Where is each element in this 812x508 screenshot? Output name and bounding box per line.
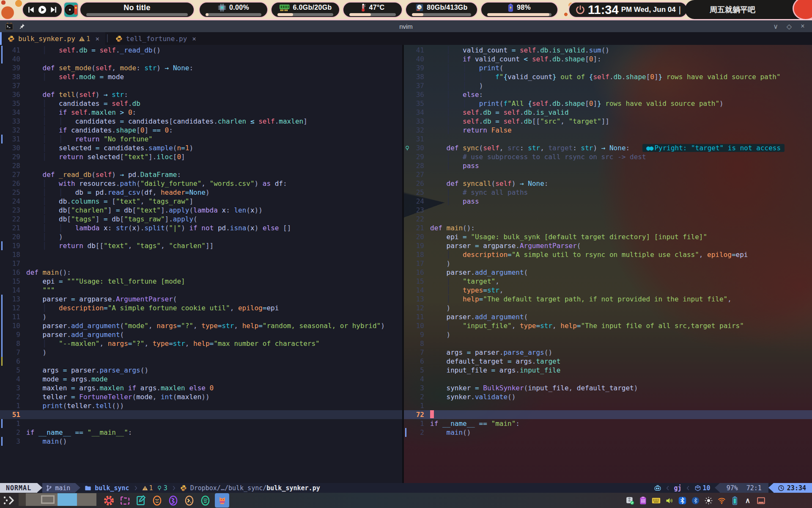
app-text-editor[interactable] <box>134 494 147 507</box>
code-line[interactable]: 5 args = parser.parse_args() <box>0 366 402 375</box>
code-line[interactable]: 23 <box>404 206 812 215</box>
code-line[interactable]: 13 parser = argparse.ArgumentParser( <box>0 295 402 304</box>
code-line[interactable]: 20 epi = "Usage: bulk_synk [default targ… <box>404 232 812 241</box>
tray-bluetooth[interactable] <box>678 496 687 505</box>
code-line[interactable]: 12 │ description="A simple fortune cooki… <box>0 304 402 312</box>
code-line[interactable]: 23 │ db["charlen"] = db["text"].apply(la… <box>0 206 402 215</box>
code-line[interactable]: 33 │ self.db = self.db[["src", "target"]… <box>404 117 812 126</box>
tray-volume[interactable] <box>664 496 674 505</box>
code-line[interactable]: 41 │ valid_count = self.db.is_valid.sum(… <box>404 46 812 55</box>
workspace-1[interactable] <box>19 493 38 506</box>
code-line[interactable]: 31 <box>404 135 812 144</box>
code-line[interactable]: 8 │ "--maxlen", nargs="?", type=str, hel… <box>0 339 402 348</box>
app-brave-browser[interactable] <box>151 494 163 507</box>
code-line[interactable]: 24 │ db.columns = ["text", "tags_raw"] <box>0 197 402 206</box>
code-line[interactable]: 2 synker.validate() <box>404 392 812 401</box>
code-line[interactable]: 27 def _read_db(self) → pd.DataFrame: <box>0 170 402 179</box>
tray-window-placeholder[interactable] <box>756 496 765 505</box>
code-line[interactable]: 34 │ self.db = self.db.is_valid <box>404 108 812 117</box>
code-line[interactable]: 29 │ # use subprocess to call rsync on s… <box>404 152 812 161</box>
code-line[interactable]: 33 │ │ candidates = candidates[candidate… <box>0 117 402 126</box>
code-line[interactable]: 2 teller = FortuneTeller(mode, int(maxle… <box>0 392 402 401</box>
tab-close-button[interactable]: × <box>96 35 100 43</box>
code-line[interactable]: 29 │ return selected["text"].iloc[0] <box>0 152 402 161</box>
code-line[interactable]: 4 mode = args.mode <box>0 375 402 384</box>
code-line[interactable]: 18 │ description="A simple util to rsync… <box>404 250 812 259</box>
code-line[interactable]: 21def main(): <box>404 224 812 232</box>
code-line[interactable]: 19 parser = argparse.ArgumentParser( <box>404 241 812 250</box>
code-line[interactable]: 1 <box>0 419 402 428</box>
code-line[interactable]: 6 <box>0 357 402 366</box>
cursor-line[interactable]: 51 <box>0 410 402 419</box>
code-line[interactable]: 15 epi = """Usage: tell_fortune [mode] <box>0 277 402 286</box>
tray-brightness[interactable] <box>704 496 713 505</box>
left-editor-pane[interactable]: 41 │ self.db = self._read_db()4039 def s… <box>0 45 402 483</box>
code-line[interactable]: 10 parser.add_argument("mode", nargs="?"… <box>0 321 402 330</box>
code-line[interactable]: 5 input_file = args.input_file <box>404 366 812 375</box>
tray-tray-expander[interactable]: ∧ <box>743 496 752 505</box>
code-line[interactable]: 25 │ │ db = pd.read_csv(df, header=None) <box>0 188 402 197</box>
code-line[interactable]: 12 ) <box>404 304 812 312</box>
tray-dropbox[interactable] <box>625 496 634 505</box>
code-line[interactable]: 14 │ types=str, <box>404 286 812 295</box>
code-line[interactable]: 6 default_target = args.target <box>404 357 812 366</box>
code-line[interactable]: 26 def syncall(self) → None: <box>404 179 812 188</box>
code-line[interactable]: 38 │ self.mode = mode <box>0 72 402 81</box>
code-line[interactable]: 8 <box>404 339 812 348</box>
code-line[interactable]: 2 main() <box>404 428 812 437</box>
app-file-manager[interactable] <box>118 494 131 507</box>
code-line[interactable]: 25 │ # sync all paths <box>404 188 812 197</box>
app-kitty-terminal-active[interactable] <box>215 493 229 508</box>
code-line[interactable]: 40 <box>0 55 402 64</box>
code-line[interactable]: 22 <box>404 215 812 224</box>
tab-close-button[interactable]: × <box>192 35 196 43</box>
media-previous-button[interactable] <box>27 6 35 14</box>
code-line[interactable]: 16def main(): <box>0 268 402 277</box>
media-next-button[interactable] <box>49 6 58 14</box>
code-line[interactable]: 1if __name__ == "main": <box>404 419 812 428</box>
code-line[interactable]: 32 │ return False <box>404 126 812 135</box>
code-line[interactable]: 17 ) <box>404 259 812 268</box>
right-editor-pane[interactable]: 41 │ valid_count = self.db.is_valid.sum(… <box>404 45 812 483</box>
code-line[interactable]: 30 │ selected = candidates.sample(n=1) <box>0 144 402 152</box>
code-line[interactable]: 35 │ candidates = self.db <box>0 99 402 108</box>
code-line[interactable]: 20 │ ) <box>0 232 402 241</box>
code-line[interactable]: 36 │ else: <box>404 90 812 99</box>
code-line[interactable]: 34 │ if self.maxlen > 0: <box>0 108 402 117</box>
code-line[interactable]: 40 │ if valid_count < self.db.shape[0]: <box>404 55 812 64</box>
code-line[interactable]: 9 ) <box>404 330 812 339</box>
code-line[interactable]: 2if __name__ == "__main__": <box>0 428 402 437</box>
window-close-button[interactable]: × <box>799 22 806 30</box>
app-terminal[interactable] <box>183 494 195 507</box>
power-icon[interactable] <box>575 5 585 15</box>
tray-battery[interactable] <box>730 496 739 505</box>
code-line[interactable]: 19 │ return db[["text", "tags", "charlen… <box>0 241 402 250</box>
code-line[interactable]: 15 │ "target", <box>404 277 812 286</box>
code-line[interactable]: 17 <box>0 259 402 268</box>
code-line[interactable]: 3 main() <box>0 437 402 446</box>
code-line[interactable]: 28 │ pass <box>404 161 812 170</box>
code-line[interactable]: 11 parser.add_argument( <box>404 312 812 321</box>
workspace-3-active[interactable] <box>58 493 77 506</box>
tray-clipboard-manager[interactable] <box>638 496 647 505</box>
code-line[interactable]: 22 │ db["tags"] = db["tags_raw"].apply( <box>0 215 402 224</box>
app-settings[interactable] <box>102 494 115 507</box>
tab-tell-fortune[interactable]: tell_fortune.py × <box>110 32 202 45</box>
tab-bulk-synker[interactable]: bulk_synker.py 1 × <box>2 32 105 45</box>
code-line[interactable]: 41 │ self.db = self._read_db() <box>0 46 402 55</box>
app-emacs[interactable] <box>167 494 179 507</box>
workspace-2[interactable] <box>38 493 58 506</box>
code-line[interactable]: 36 def tell(self) → str: <box>0 90 402 99</box>
window-maximize-button[interactable]: ◇ <box>786 22 793 30</box>
code-line[interactable]: 31 │ │ return "No fortune" <box>0 135 402 144</box>
tray-bluetooth-device[interactable] <box>691 496 700 505</box>
code-line[interactable]: 27 <box>404 170 812 179</box>
code-line[interactable]: 10 │ "input_file", type=str, help="The i… <box>404 321 812 330</box>
album-art[interactable] <box>63 2 79 18</box>
code-line[interactable]: 1 <box>404 401 812 410</box>
workspace-4[interactable] <box>77 493 96 506</box>
code-line[interactable]: 24 │ pass <box>404 197 812 206</box>
code-line[interactable]: 39 def set_mode(self, mode: str) → None: <box>0 64 402 72</box>
cursor-line[interactable]: 72 <box>404 410 812 419</box>
code-line[interactable]: 18 <box>0 250 402 259</box>
